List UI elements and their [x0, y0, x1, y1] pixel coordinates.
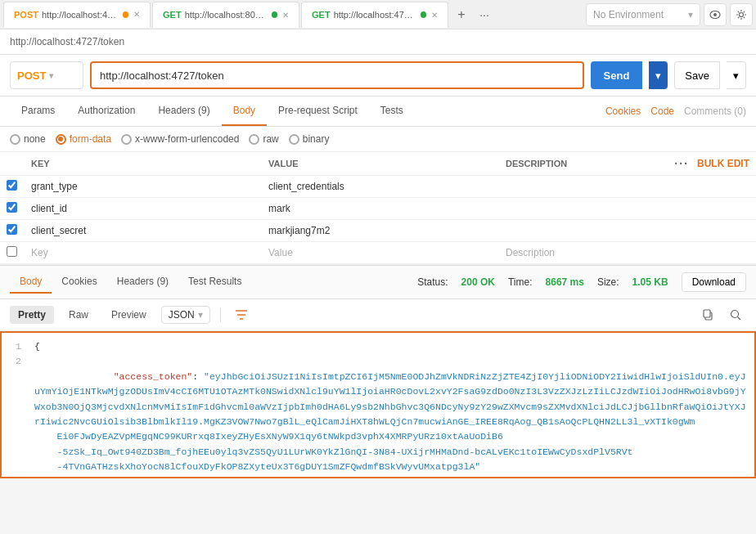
method-chevron-icon: ▾ [49, 71, 53, 80]
url-input[interactable] [90, 61, 584, 89]
tab-method-0: POST [14, 10, 38, 20]
response-tab-body[interactable]: Body [10, 271, 52, 294]
bulk-edit-button[interactable]: Bulk Edit [697, 158, 749, 169]
radio-dot-binary [289, 134, 299, 145]
comments-link[interactable]: Comments (0) [684, 105, 746, 117]
tab-dot-2 [421, 11, 426, 18]
format-type-selector[interactable]: JSON ▾ [161, 306, 210, 324]
key-value-section: KEY VALUE DESCRIPTION ··· Bulk Edit [0, 152, 756, 265]
radio-raw[interactable]: raw [249, 133, 278, 145]
row-key-1: client_id [25, 198, 262, 220]
radio-label-urlencoded: x-www-form-urlencoded [135, 133, 239, 145]
radio-urlencoded[interactable]: x-www-form-urlencoded [121, 133, 239, 145]
placeholder-value[interactable]: Value [262, 242, 499, 264]
tab-close-0[interactable]: ✕ [133, 10, 140, 19]
row-checkbox-2[interactable] [7, 224, 17, 235]
environment-selector[interactable]: No Environment ▾ [586, 3, 700, 26]
settings-button[interactable] [730, 3, 753, 26]
size-label: Size: [597, 276, 619, 288]
response-tabs: Body Cookies Headers (9) Test Results [10, 271, 251, 294]
tab-2[interactable]: GET http://localhost:4727/oc● ✕ [301, 2, 448, 28]
table-row: grant_type client_credentials [0, 176, 756, 198]
svg-line-9 [738, 317, 741, 321]
radio-dot-raw [249, 134, 259, 145]
tab-tests[interactable]: Tests [369, 96, 415, 126]
col-description: DESCRIPTION ··· Bulk Edit [499, 152, 756, 176]
col-check [0, 152, 25, 176]
table-placeholder-row: Key Value Description [0, 242, 756, 264]
nav-tabs-right: Cookies Code Comments (0) [605, 105, 746, 117]
response-tab-testresults[interactable]: Test Results [178, 271, 251, 294]
more-tabs-button[interactable]: ··· [473, 3, 496, 26]
row-desc-2 [499, 220, 756, 242]
row-desc-0 [499, 176, 756, 198]
search-icon[interactable] [725, 304, 746, 325]
tab-method-1: GET [163, 10, 182, 20]
tab-close-2[interactable]: ✕ [431, 11, 438, 20]
key-value-table: KEY VALUE DESCRIPTION ··· Bulk Edit [0, 152, 756, 264]
format-type-chevron-icon: ▾ [198, 309, 203, 321]
radio-dot-none [10, 134, 20, 145]
format-preview-button[interactable]: Preview [103, 306, 155, 324]
tab-params[interactable]: Params [10, 96, 66, 126]
tab-0[interactable]: POST http://localhost:4727/t● ✕ [3, 2, 151, 28]
radio-none[interactable]: none [10, 133, 46, 145]
row-key-2: client_secret [25, 220, 262, 242]
size-value: 1.05 KB [632, 276, 668, 288]
placeholder-desc[interactable]: Description [499, 242, 756, 264]
send-dropdown-button[interactable]: ▾ [649, 61, 668, 89]
table-header-row: KEY VALUE DESCRIPTION ··· Bulk Edit [0, 152, 756, 176]
svg-point-1 [713, 13, 717, 16]
row-value-2: markjiang7m2 [262, 220, 499, 242]
radio-binary[interactable]: binary [289, 133, 330, 145]
row-checkbox-placeholder[interactable] [7, 246, 17, 257]
cookies-link[interactable]: Cookies [605, 105, 641, 117]
method-label: POST [17, 70, 46, 82]
response-tab-cookies[interactable]: Cookies [52, 271, 106, 294]
response-body-code: 1 { 2 "access_token": "eyJhbGciOiJSUzI1N… [0, 331, 756, 478]
tab-headers[interactable]: Headers (9) [146, 96, 221, 126]
add-tab-button[interactable]: + [450, 3, 473, 26]
tab-prerequest[interactable]: Pre-request Script [267, 96, 369, 126]
download-button[interactable]: Download [682, 272, 746, 292]
code-line-1: 1 { [2, 339, 754, 354]
format-pretty-button[interactable]: Pretty [10, 306, 54, 324]
svg-rect-7 [704, 310, 710, 317]
format-bar: Pretty Raw Preview JSON ▾ [0, 299, 756, 331]
table-row: client_id mark [0, 198, 756, 220]
row-checkbox-1[interactable] [7, 202, 17, 213]
eye-button[interactable] [704, 3, 727, 26]
save-button[interactable]: Save [674, 61, 720, 89]
tab-url-2: http://localhost:4727/oc● [334, 10, 416, 20]
radio-label-raw: raw [263, 133, 278, 145]
nav-tabs: Params Authorization Headers (9) Body Pr… [0, 96, 756, 127]
svg-point-8 [731, 311, 739, 318]
filter-icon[interactable] [231, 304, 252, 325]
method-selector[interactable]: POST ▾ [10, 61, 83, 89]
table-dots-button[interactable]: ··· [674, 157, 689, 170]
response-status: Status: 200 OK Time: 8667 ms Size: 1.05 … [417, 272, 746, 292]
tab-dot-1 [272, 11, 277, 18]
format-raw-button[interactable]: Raw [61, 306, 97, 324]
row-value-0: client_credentials [262, 176, 499, 198]
body-options: none form-data x-www-form-urlencoded raw… [0, 127, 756, 152]
radio-label-none: none [24, 133, 46, 145]
format-type-label: JSON [169, 309, 195, 321]
send-button[interactable]: Send [591, 61, 643, 89]
row-checkbox-0[interactable] [7, 180, 17, 191]
tab-authorization[interactable]: Authorization [66, 96, 146, 126]
radio-label-formdata: form-data [70, 133, 111, 145]
env-label: No Environment [593, 9, 664, 20]
copy-icon[interactable] [697, 304, 718, 325]
save-dropdown-button[interactable]: ▾ [727, 61, 746, 89]
radio-formdata[interactable]: form-data [56, 133, 111, 145]
code-link[interactable]: Code [650, 105, 674, 117]
tab-close-1[interactable]: ✕ [282, 11, 289, 20]
tab-1[interactable]: GET http://localhost:8001/ap● ✕ [152, 2, 299, 28]
format-bar-right [697, 304, 746, 325]
tab-body[interactable]: Body [222, 96, 267, 126]
response-tab-headers[interactable]: Headers (9) [107, 271, 178, 294]
divider [220, 307, 221, 322]
placeholder-key[interactable]: Key [25, 242, 262, 264]
tab-url-0: http://localhost:4727/t● [42, 10, 118, 20]
